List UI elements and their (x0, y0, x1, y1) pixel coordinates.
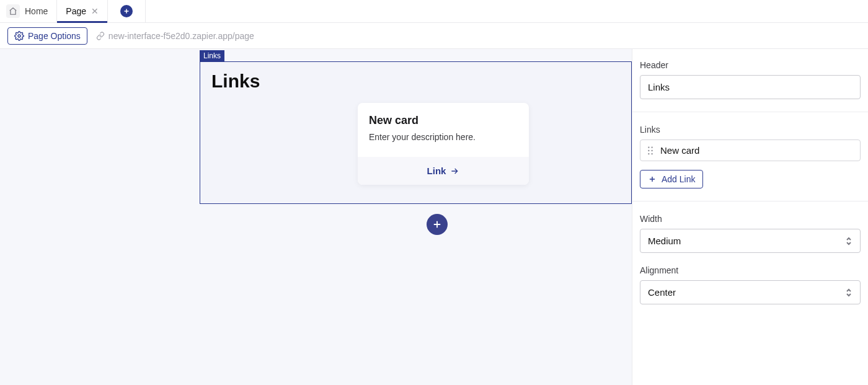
svg-point-4 (651, 149, 652, 151)
tabbar: Home Page ✕ (0, 0, 868, 23)
canvas[interactable]: Links Links New card Enter your descript… (0, 49, 632, 385)
block-type-badge: Links (200, 50, 224, 61)
add-link-button[interactable]: Add Link (640, 170, 703, 188)
drag-handle-icon[interactable] (647, 146, 654, 155)
page-options-label: Page Options (28, 31, 81, 41)
field-links: Links New card Add Link (640, 125, 861, 188)
tab-home[interactable]: Home (0, 0, 57, 22)
tab-page[interactable]: Page ✕ (57, 0, 108, 22)
card-footer: Link (358, 157, 529, 185)
card-body: New card Enter your description here. (358, 103, 529, 157)
width-label: Width (640, 214, 861, 224)
alignment-select[interactable]: Center (640, 280, 861, 304)
links-label: Links (640, 125, 861, 135)
width-select-value: Medium (648, 236, 681, 246)
page-url-text: new-interface-f5e2d0.zapier.app/page (108, 31, 254, 41)
home-icon (6, 4, 20, 18)
close-tab-icon[interactable]: ✕ (91, 7, 99, 15)
svg-point-3 (648, 149, 649, 151)
add-tab[interactable] (108, 0, 146, 22)
add-link-label: Add Link (662, 174, 695, 184)
divider (632, 201, 868, 201)
width-select[interactable]: Medium (640, 229, 861, 253)
header-label: Header (640, 60, 861, 70)
field-alignment: Alignment Center (640, 265, 861, 304)
main-split: Links Links New card Enter your descript… (0, 49, 868, 385)
card-link[interactable]: Link (427, 166, 460, 176)
alignment-label: Alignment (640, 265, 861, 275)
inspector-panel: Header Links New card (632, 49, 868, 385)
links-item[interactable]: New card (640, 139, 861, 161)
card-link-label: Link (427, 166, 446, 176)
link-icon (96, 32, 105, 40)
plus-circle-icon (120, 5, 133, 17)
gear-icon (14, 31, 24, 41)
links-block[interactable]: Links Links New card Enter your descript… (200, 61, 632, 204)
chevron-up-down-icon (845, 288, 852, 298)
svg-point-2 (651, 146, 652, 148)
add-block-button[interactable] (427, 214, 448, 235)
alignment-select-value: Center (648, 287, 676, 298)
chevron-up-down-icon (845, 236, 852, 246)
svg-point-1 (648, 146, 649, 148)
block-heading: Links (211, 71, 621, 92)
svg-point-5 (648, 153, 649, 154)
toolbar: Page Options new-interface-f5e2d0.zapier… (0, 23, 868, 49)
page-url[interactable]: new-interface-f5e2d0.zapier.app/page (96, 31, 254, 41)
arrow-right-icon (450, 166, 459, 176)
links-item-label: New card (660, 145, 699, 156)
header-input[interactable] (640, 75, 861, 99)
link-card[interactable]: New card Enter your description here. Li… (358, 103, 529, 185)
plus-icon (648, 175, 657, 184)
divider (632, 112, 868, 112)
tab-home-label: Home (25, 6, 48, 16)
card-description: Enter your description here. (369, 132, 518, 142)
tab-page-label: Page (66, 6, 86, 16)
svg-point-6 (651, 153, 652, 154)
field-header: Header (640, 60, 861, 99)
card-title: New card (369, 114, 518, 127)
field-width: Width Medium (640, 214, 861, 253)
svg-point-0 (18, 35, 20, 37)
page-options-button[interactable]: Page Options (7, 27, 87, 45)
